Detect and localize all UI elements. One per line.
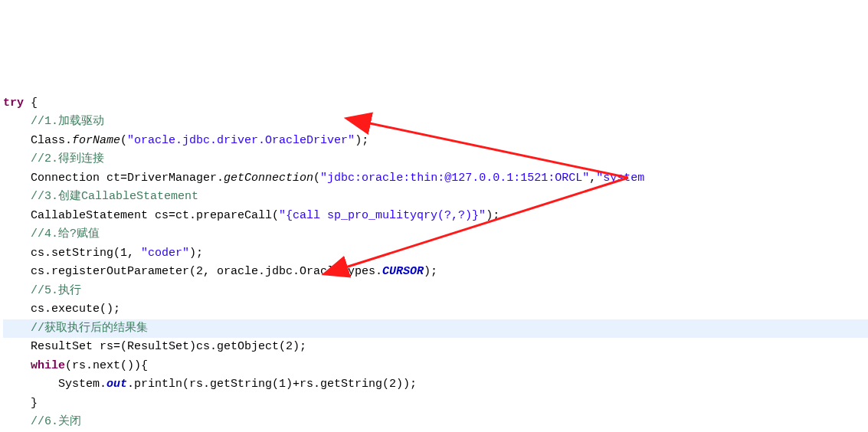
line-17: } [3, 397, 38, 410]
line-2: //1.加载驱动 [3, 115, 104, 128]
code-block: try { //1.加载驱动 Class.forName("oracle.jdb… [0, 75, 868, 432]
line-4: //2.得到连接 [3, 152, 104, 165]
line-1: try { [3, 97, 38, 110]
line-10: cs.registerOutParameter(2, oracle.jdbc.O… [3, 265, 437, 278]
line-6: //3.创建CallableStatement [3, 190, 198, 203]
line-15: while(rs.next()){ [3, 359, 148, 372]
line-11: //5.执行 [3, 284, 81, 297]
line-8: //4.给?赋值 [3, 227, 100, 241]
line-5: Connection ct=DriverManager.getConnectio… [3, 172, 644, 185]
line-13: //获取执行后的结果集 [3, 319, 868, 339]
line-7: CallableStatement cs=ct.prepareCall("{ca… [3, 209, 500, 222]
line-3: Class.forName("oracle.jdbc.driver.Oracle… [3, 134, 368, 147]
line-12: cs.execute(); [3, 303, 120, 316]
line-14: ResultSet rs=(ResultSet)cs.getObject(2); [3, 340, 306, 353]
line-16: System.out.println(rs.getString(1)+rs.ge… [3, 378, 417, 391]
line-9: cs.setString(1, "coder"); [3, 247, 203, 260]
line-18: //6.关闭 [3, 415, 81, 428]
